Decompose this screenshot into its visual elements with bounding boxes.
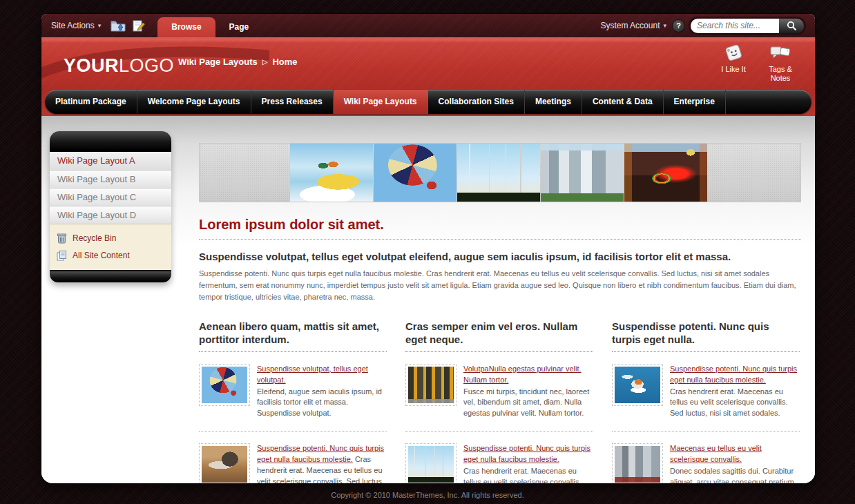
thumbnail-crowd xyxy=(405,364,457,406)
banner-photo-neon-signs xyxy=(624,144,707,202)
tab-page[interactable]: Page xyxy=(215,17,263,37)
item-description: Eleifend, augue sem iaculis ipsum, id fa… xyxy=(257,387,387,420)
social-actions: I Like It Tags & Notes xyxy=(714,41,800,83)
all-site-content-link[interactable]: All Site Content xyxy=(57,250,164,261)
site-actions-label: Site Actions xyxy=(51,21,95,30)
nav-item-enterprise[interactable]: Enterprise xyxy=(664,90,726,114)
item-link[interactable]: Maecenas eu tellus eu velit scelerisque … xyxy=(670,444,762,463)
banner-photo-city-architecture xyxy=(541,144,624,202)
sidebar-item-wiki-page-layout-b[interactable]: Wiki Page Layout B xyxy=(50,170,171,188)
tab-browse[interactable]: Browse xyxy=(157,17,215,37)
nav-item-content-data[interactable]: Content & Data xyxy=(582,90,664,114)
thumbnail-city-street xyxy=(612,443,663,483)
ribbon-bar: Site Actions ▾ Browse Page System Ac xyxy=(41,14,815,37)
list-item: Maecenas eu tellus eu velit scelerisque … xyxy=(612,443,800,483)
tags-notes-icon xyxy=(769,45,791,63)
footer-copyright: Copyright © 2010 MasterThemes, Inc. All … xyxy=(0,491,855,499)
thumbnail-airplane xyxy=(199,443,250,483)
all-site-content-label: All Site Content xyxy=(73,251,130,260)
all-site-content-icon xyxy=(57,250,67,261)
page-subtitle: Suspendisse volutpat, tellus eget volutp… xyxy=(199,251,801,262)
item-link[interactable]: Suspendisse potenti. Nunc quis turpis eg… xyxy=(670,365,797,384)
top-navigation-wrap: Platinum Package Welcome Page Layouts Pr… xyxy=(41,89,815,116)
thumbnail-boat xyxy=(612,364,663,406)
thumbnail-wind-turbines xyxy=(405,443,457,483)
ribbon-tabs: Browse Page xyxy=(157,14,262,37)
nav-item-platinum-package[interactable]: Platinum Package xyxy=(45,90,137,114)
sidebar-item-wiki-page-layout-a[interactable]: Wiki Page Layout A xyxy=(50,152,171,170)
nav-item-press-releases[interactable]: Press Releases xyxy=(251,90,334,114)
column-3-heading: Suspendisse potenti. Nunc quis turpis eg… xyxy=(612,320,800,352)
item-link[interactable]: Suspendisse potenti. Nunc quis turpis eg… xyxy=(463,444,590,463)
recycle-bin-icon xyxy=(57,233,67,244)
column-2: Cras semper enim vel eros. Nullam eget n… xyxy=(405,320,593,483)
header-band: YOURLOGO Wiki Page Layouts ▷ Home xyxy=(41,37,815,89)
item-link[interactable]: VolutpaNulla egestas pulvinar velit. Nul… xyxy=(463,365,582,384)
banner-photo-wind-turbines xyxy=(457,144,540,202)
content-area: Wiki Page Layout A Wiki Page Layout B Wi… xyxy=(41,116,815,483)
column-1-heading: Aenean libero quam, mattis sit amet, por… xyxy=(199,320,387,352)
help-icon[interactable]: ? xyxy=(673,20,684,32)
edit-page-icon xyxy=(133,20,145,32)
search-button[interactable] xyxy=(779,19,804,33)
chevron-down-icon: ▾ xyxy=(663,22,666,29)
item-description: Cras hendrerit erat. Maecenas eu tellus … xyxy=(670,387,800,420)
intro-paragraph: Suspendisse potenti. Nunc quis turpis eg… xyxy=(199,268,801,303)
recycle-bin-label: Recycle Bin xyxy=(73,233,116,243)
site-logo[interactable]: YOURLOGO xyxy=(64,55,174,77)
smiley-tag-icon xyxy=(722,43,744,63)
site-search xyxy=(691,19,804,33)
photo-banner xyxy=(199,143,801,202)
column-1: Aenean libero quam, mattis sit amet, por… xyxy=(199,320,387,483)
sidebar-top-cap xyxy=(50,131,171,152)
page-title: Lorem ipsum dolor sit amet. xyxy=(199,217,801,240)
logo-text-light: LOGO xyxy=(119,55,174,76)
top-navigation: Platinum Package Welcome Page Layouts Pr… xyxy=(45,90,811,114)
banner-photo-strip xyxy=(290,144,708,202)
site-container: Site Actions ▾ Browse Page System Ac xyxy=(41,14,815,483)
breadcrumb-current: Home xyxy=(272,57,297,67)
banner-photo-jet-ski xyxy=(290,144,373,202)
banner-photo-parasailing xyxy=(374,144,457,202)
sidebar-item-wiki-page-layout-d[interactable]: Wiki Page Layout D xyxy=(50,206,171,224)
nav-item-welcome-page-layouts[interactable]: Welcome Page Layouts xyxy=(137,90,251,114)
list-item: Suspendisse volutpat, tellus eget volutp… xyxy=(199,364,387,432)
navigate-up-button[interactable] xyxy=(109,18,127,33)
breadcrumb: Wiki Page Layouts ▷ Home xyxy=(178,57,298,67)
nav-item-collaboration-sites[interactable]: Collaboration Sites xyxy=(428,90,525,114)
list-item: Suspendisse potenti. Nunc quis turpis eg… xyxy=(405,443,593,483)
sidebar: Wiki Page Layout A Wiki Page Layout B Wi… xyxy=(50,131,171,282)
system-account-menu[interactable]: System Account ▾ xyxy=(600,21,666,30)
breadcrumb-arrow-icon: ▷ xyxy=(262,58,268,66)
sidebar-tools: Recycle Bin All Site Content xyxy=(50,224,171,270)
sidebar-bottom-cap xyxy=(50,270,171,282)
list-item: Suspendisse potenti. Nunc quis turpis eg… xyxy=(199,443,387,483)
logo-text-bold: YOUR xyxy=(64,55,119,76)
column-2-heading: Cras semper enim vel eros. Nullam eget n… xyxy=(405,320,593,352)
search-icon xyxy=(787,21,797,31)
list-item: VolutpaNulla egestas pulvinar velit. Nul… xyxy=(405,364,593,432)
item-link[interactable]: Suspendisse volutpat, tellus eget volutp… xyxy=(257,365,368,384)
recycle-bin-link[interactable]: Recycle Bin xyxy=(57,233,164,244)
list-item: Suspendisse potenti. Nunc quis turpis eg… xyxy=(612,364,800,432)
i-like-it-button[interactable]: I Like It xyxy=(714,41,753,83)
folder-up-icon xyxy=(111,20,126,32)
tags-notes-button[interactable]: Tags & Notes xyxy=(761,41,800,83)
thumbnail-parasailing xyxy=(199,364,250,406)
site-actions-menu[interactable]: Site Actions ▾ xyxy=(41,21,108,30)
item-description: Fusce mi turpis, tincidunt nec, laoreet … xyxy=(463,387,593,420)
main-panel: Lorem ipsum dolor sit amet. Suspendisse … xyxy=(199,116,801,483)
search-input[interactable] xyxy=(691,19,779,33)
column-3: Suspendisse potenti. Nunc quis turpis eg… xyxy=(612,320,800,483)
item-description: Donec sodales sagittis dui. Curabitur al… xyxy=(670,466,800,483)
nav-item-wiki-page-layouts[interactable]: Wiki Page Layouts xyxy=(334,90,428,114)
i-like-it-label: I Like It xyxy=(721,65,745,73)
item-description: Cras hendrerit erat. Maecenas eu tellus … xyxy=(463,466,593,483)
edit-page-button[interactable] xyxy=(130,18,148,33)
ribbon-right-group: System Account ▾ ? xyxy=(600,19,815,33)
three-column-section: Aenean libero quam, mattis sit amet, por… xyxy=(199,320,801,483)
nav-item-meetings[interactable]: Meetings xyxy=(525,90,582,114)
sidebar-item-wiki-page-layout-c[interactable]: Wiki Page Layout C xyxy=(50,188,171,206)
system-account-label: System Account xyxy=(600,21,660,30)
breadcrumb-parent-link[interactable]: Wiki Page Layouts xyxy=(178,57,258,67)
